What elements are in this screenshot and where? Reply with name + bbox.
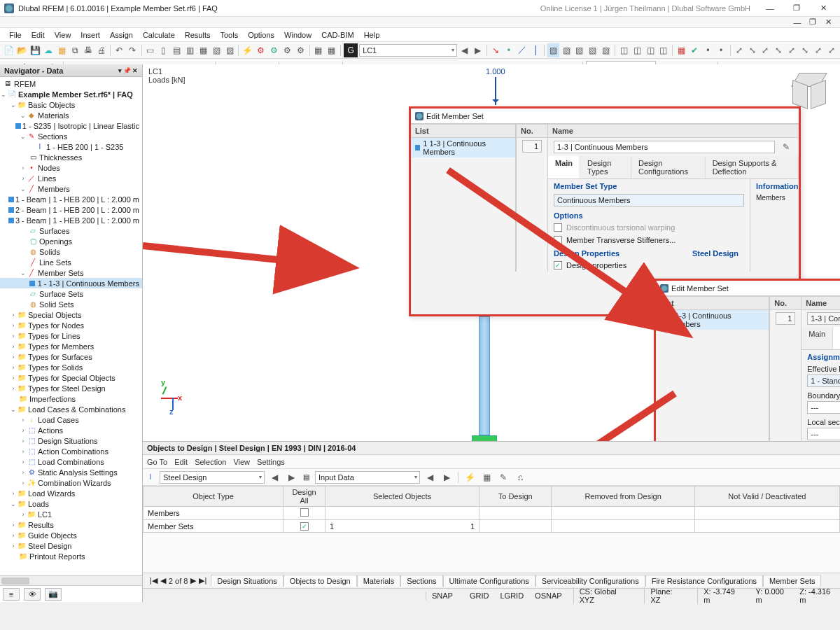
- dlg1-no-input[interactable]: 1: [522, 140, 542, 153]
- combo1-next[interactable]: ▶: [284, 470, 298, 484]
- view1-icon[interactable]: ▭: [145, 43, 157, 57]
- menu-file[interactable]: File: [4, 29, 27, 41]
- tree-solidsets[interactable]: ◍Solid Sets: [0, 299, 142, 309]
- tree-openings[interactable]: ▢Openings: [0, 236, 142, 246]
- view7-icon[interactable]: ▨: [224, 43, 236, 57]
- iso2-icon[interactable]: ◫: [631, 43, 643, 57]
- iso4-icon[interactable]: ◫: [657, 43, 669, 57]
- tree-lcomb[interactable]: ›⬚Load Combinations: [0, 456, 142, 467]
- print2-icon[interactable]: 🖨: [95, 43, 107, 57]
- mdi-restore[interactable]: ❐: [805, 18, 820, 27]
- calc2-icon[interactable]: ⚙: [255, 43, 267, 57]
- tree-tsteel[interactable]: ›📁Types for Steel Design: [0, 383, 142, 393]
- combo2-next[interactable]: ▶: [440, 470, 454, 484]
- mdi-close[interactable]: ✕: [820, 18, 836, 27]
- tree-surfaces[interactable]: ▱Surfaces: [0, 225, 142, 236]
- btab-fc[interactable]: Fire Resistance Configurations: [645, 575, 763, 587]
- open-icon[interactable]: 📂: [16, 43, 28, 57]
- btab-sec[interactable]: Sections: [400, 575, 442, 587]
- render1-icon[interactable]: ▧: [547, 43, 559, 57]
- tree-members[interactable]: ⌄╱Members: [0, 183, 142, 194]
- tree-tspecial[interactable]: ›📁Types for Special Objects: [0, 372, 142, 383]
- rename-icon[interactable]: ✎: [779, 140, 793, 154]
- line-icon[interactable]: ／: [516, 43, 528, 57]
- dlg2-list-item[interactable]: 1 1-3 | Continuous Members: [656, 310, 769, 330]
- tree-ac[interactable]: ›⬚Action Combinations: [0, 446, 142, 456]
- tree-steel[interactable]: ›📁Steel Design: [0, 540, 142, 551]
- pager-first[interactable]: |◀: [150, 576, 158, 585]
- dlg1-tab-supports[interactable]: Design Supports & Deflection: [706, 156, 799, 178]
- menu-options[interactable]: Options: [243, 29, 279, 41]
- tree-thicknesses[interactable]: ▭Thicknesses: [0, 152, 142, 162]
- tree-basic[interactable]: ⌄📁Basic Objects: [0, 99, 142, 110]
- nav-tab-data-icon[interactable]: ≡: [3, 588, 20, 601]
- arrow-icon[interactable]: ↘: [490, 43, 502, 57]
- lc-prev-icon[interactable]: ◀: [458, 43, 470, 57]
- tree-member-2[interactable]: 2 - Beam | 1 - HEB 200 | L : 2.000 m: [0, 204, 142, 215]
- dlg2-no-input[interactable]: 1: [776, 312, 795, 325]
- ax8-icon[interactable]: ⤢: [825, 43, 837, 57]
- tree-materials[interactable]: ⌄◆Materials: [0, 110, 142, 120]
- navigator-close-icon[interactable]: ✕: [132, 67, 138, 74]
- tree-sas[interactable]: ›⚙Static Analysis Settings: [0, 467, 142, 477]
- calc3-icon[interactable]: ⚙: [268, 43, 280, 57]
- row-members[interactable]: Members: [144, 507, 840, 520]
- dot2-icon[interactable]: •: [715, 43, 727, 57]
- tree-lines[interactable]: ›／Lines: [0, 173, 142, 183]
- mdi-minimize[interactable]: —: [790, 18, 805, 27]
- tmenu-view[interactable]: View: [233, 458, 250, 466]
- tree-cw[interactable]: ›✨Combination Wizards: [0, 477, 142, 488]
- grid2-icon[interactable]: ▦: [326, 43, 337, 57]
- dlg1-opt2-cb[interactable]: [554, 236, 562, 244]
- dlg1-tab-designtypes[interactable]: Design Types: [580, 156, 631, 178]
- grid-icon[interactable]: ▦: [313, 43, 325, 57]
- tree-root[interactable]: 🖥RFEM: [0, 78, 142, 89]
- dlg1-tab-designconfigs[interactable]: Design Configurations: [631, 156, 706, 178]
- view4-icon[interactable]: ▥: [184, 43, 196, 57]
- tmenu-selection[interactable]: Selection: [195, 458, 226, 466]
- tree-member-3[interactable]: 3 - Beam | 1 - HEB 200 | L : 2.000 m: [0, 215, 142, 225]
- dlg1-list-item[interactable]: 1 1-3 | Continuous Members: [411, 138, 515, 158]
- members-designall-cb[interactable]: [300, 508, 309, 517]
- save-icon[interactable]: 💾: [29, 43, 41, 57]
- ax3-icon[interactable]: ⤢: [760, 43, 771, 57]
- lc-combo[interactable]: LC1: [359, 44, 457, 57]
- dlg1-steel-link[interactable]: Steel Design: [692, 249, 744, 258]
- tree-special[interactable]: ›📁Special Objects: [0, 309, 142, 320]
- check-icon[interactable]: ✔: [689, 43, 701, 57]
- tree-tsurfaces[interactable]: ›📁Types for Surfaces: [0, 351, 142, 362]
- btab-ms[interactable]: Member Sets: [763, 575, 821, 587]
- dlg1-dp-label[interactable]: Design properties: [566, 261, 626, 270]
- tree-membersets[interactable]: ⌄╱Member Sets: [0, 267, 142, 278]
- tree-member-1[interactable]: 1 - Beam | 1 - HEB 200 | L : 2.000 m: [0, 194, 142, 204]
- ax6-icon[interactable]: ⤡: [799, 43, 811, 57]
- dlg2-tab-main[interactable]: Main: [802, 327, 833, 349]
- dlg1-titlebar[interactable]: Edit Member Set: [411, 108, 799, 124]
- row-membersets[interactable]: Member Sets ✓ 11: [144, 520, 840, 533]
- tree-tlines[interactable]: ›📁Types for Lines: [0, 330, 142, 341]
- view6-icon[interactable]: ▧: [211, 43, 223, 57]
- dlg1-mst-combo[interactable]: Continuous Members: [554, 194, 744, 206]
- member-icon[interactable]: ⎮: [529, 43, 541, 57]
- btab-uc[interactable]: Ultimate Configurations: [443, 575, 536, 587]
- render2-icon[interactable]: ▧: [561, 43, 573, 57]
- menu-results[interactable]: Results: [180, 29, 216, 41]
- render4-icon[interactable]: ▧: [587, 43, 598, 57]
- membersets-designall-cb[interactable]: ✓: [300, 522, 309, 531]
- pager-next[interactable]: ▶: [190, 576, 196, 585]
- tmenu-edit[interactable]: Edit: [174, 458, 188, 466]
- tree-section-1[interactable]: I1 - HEB 200 | 1 - S235: [0, 141, 142, 152]
- model-viewport[interactable]: LC1 Loads [kN] 1.000 1.000 x y z Edit Me…: [143, 64, 840, 602]
- nav-tab-display-icon[interactable]: 👁: [24, 588, 41, 601]
- dlg2-eff-combo[interactable]: 1 - Standard: [807, 374, 840, 387]
- tree-loads[interactable]: ⌄📁Loads: [0, 498, 142, 509]
- navigator-pin-icon[interactable]: 📌: [123, 67, 131, 74]
- table-module-combo[interactable]: Steel Design: [160, 471, 265, 484]
- ax2-icon[interactable]: ⤡: [746, 43, 758, 57]
- menu-insert[interactable]: Insert: [76, 29, 105, 41]
- tree-material-1[interactable]: 1 - S235 | Isotropic | Linear Elastic: [0, 120, 142, 131]
- minimize-button[interactable]: —: [757, 1, 783, 15]
- tool2-icon[interactable]: ✎: [496, 470, 510, 484]
- pager-last[interactable]: ▶|: [199, 576, 206, 585]
- nav-tab-views-icon[interactable]: 📷: [45, 588, 62, 601]
